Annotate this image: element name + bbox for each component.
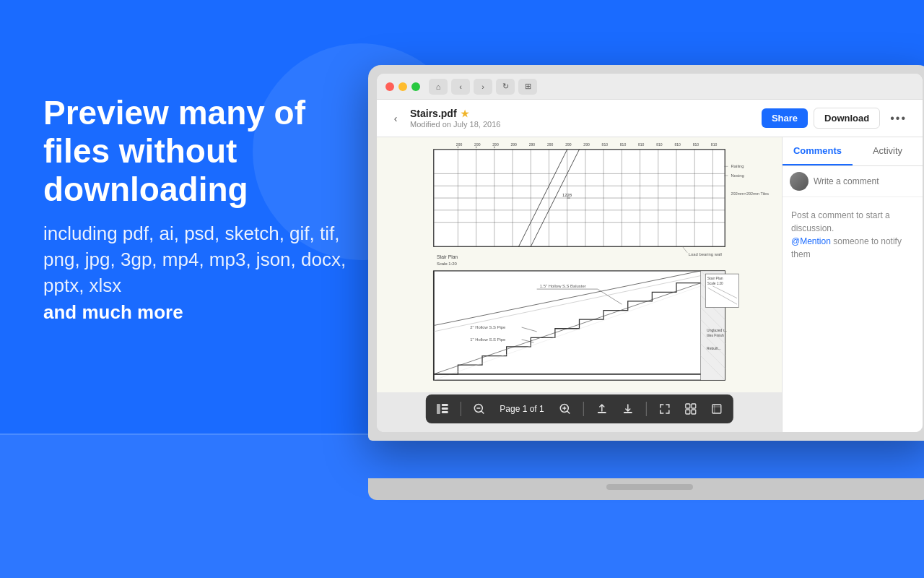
svg-rect-101: [712, 405, 721, 413]
laptop: ⌂ ‹ › ↻ ⊞ ‹ Stairs.pdf ★ M: [354, 29, 924, 535]
headline: Preview many of files without downloadin…: [43, 94, 346, 209]
page-info: Page 1 of 1: [497, 404, 546, 414]
svg-text:1.5" Hollow S.S Baluster: 1.5" Hollow S.S Baluster: [540, 284, 586, 288]
fullscreen-btn[interactable]: [657, 401, 673, 417]
svg-text:810: 810: [674, 142, 681, 147]
svg-rect-100: [692, 410, 696, 414]
sidebar-empty-state: Post a comment to start a discussion. @M…: [783, 197, 923, 272]
empty-message: Post a comment to start a discussion.: [791, 210, 890, 233]
svg-text:290: 290: [511, 142, 518, 147]
home-nav-btn[interactable]: ⌂: [429, 79, 448, 95]
stair-drawing-svg: Stair Plan Scale 1:20 Railing Nosing 292…: [377, 137, 782, 392]
svg-rect-97: [686, 404, 690, 408]
svg-text:Scale 1:20: Scale 1:20: [707, 282, 723, 285]
file-back-button[interactable]: ‹: [388, 111, 403, 126]
svg-rect-84: [436, 404, 440, 414]
header-actions: Share Download •••: [762, 108, 911, 129]
svg-text:tiles Finish: tiles Finish: [707, 333, 724, 337]
zoom-in-btn[interactable]: [557, 401, 573, 417]
svg-line-33: [682, 246, 687, 252]
file-name-text: Stairs.pdf: [410, 108, 457, 119]
svg-text:290: 290: [456, 142, 463, 147]
svg-text:810: 810: [638, 142, 645, 147]
pdf-toolbar: Page 1 of 1: [425, 394, 733, 423]
right-sidebar: Comments Activity 🔍 😊 Post a: [782, 137, 923, 432]
svg-text:2" Hollow S.S Pipe: 2" Hollow S.S Pipe: [470, 325, 505, 329]
download-button[interactable]: Download: [814, 108, 880, 129]
toolbar-divider-2: [583, 402, 584, 416]
laptop-base: [368, 478, 924, 500]
sidebar-toggle-btn[interactable]: [434, 401, 450, 417]
subtext-bold: and much more: [43, 301, 183, 323]
file-header: ‹ Stairs.pdf ★ Modified on July 18, 2016…: [377, 100, 923, 137]
grid-nav-btn[interactable]: ⊞: [518, 79, 537, 95]
grid-view-btn[interactable]: [683, 401, 699, 417]
svg-text:Railing: Railing: [731, 164, 744, 168]
main-content: Stair Plan Scale 1:20 Railing Nosing 292…: [377, 137, 923, 432]
svg-rect-98: [692, 404, 696, 408]
file-date: Modified on July 18, 2016: [410, 120, 762, 129]
comment-input[interactable]: [814, 176, 922, 186]
svg-text:1228: 1228: [562, 193, 572, 197]
comment-input-row: 🔍 😊: [783, 166, 923, 197]
avatar: [790, 172, 808, 191]
maximize-button[interactable]: [411, 82, 420, 91]
tab-comments[interactable]: Comments: [783, 137, 853, 165]
tab-activity[interactable]: Activity: [853, 137, 923, 165]
svg-text:1" Hollow S.S Pipe: 1" Hollow S.S Pipe: [470, 337, 505, 342]
svg-text:290: 290: [583, 142, 590, 147]
toolbar-divider-1: [460, 402, 461, 416]
more-options-button[interactable]: •••: [886, 111, 911, 126]
share-button[interactable]: Share: [762, 108, 808, 128]
nav-icons: ⌂ ‹ › ↻ ⊞: [429, 79, 537, 95]
left-content: Preview many of files without downloadin…: [43, 94, 346, 325]
svg-rect-87: [441, 411, 448, 413]
toolbar-divider-3: [646, 402, 647, 416]
laptop-body: ⌂ ‹ › ↻ ⊞ ‹ Stairs.pdf ★ M: [368, 65, 924, 441]
svg-rect-95: [598, 412, 606, 413]
traffic-lights: [385, 82, 420, 91]
subtext: including pdf, ai, psd, sketch, gif, tif…: [43, 220, 346, 326]
svg-text:Stair Plan: Stair Plan: [437, 254, 458, 259]
top-plan: Stair Plan Scale 1:20 Railing Nosing 292…: [434, 142, 769, 266]
svg-line-90: [481, 411, 484, 414]
sidebar-tabs: Comments Activity: [783, 137, 923, 166]
close-button[interactable]: [385, 82, 394, 91]
refresh-nav-btn[interactable]: ↻: [496, 79, 515, 95]
bottom-section: 1.5" Hollow S.S Baluster 2" Hollow S.S P…: [434, 271, 739, 380]
svg-text:810: 810: [711, 142, 718, 147]
title-bar: ⌂ ‹ › ↻ ⊞: [377, 74, 923, 100]
svg-text:292mm×292mm Tiles: 292mm×292mm Tiles: [731, 191, 770, 196]
svg-text:Scale 1:20: Scale 1:20: [437, 262, 457, 266]
forward-nav-btn[interactable]: ›: [474, 79, 492, 95]
svg-text:Load bearing wall: Load bearing wall: [689, 252, 722, 256]
back-nav-btn[interactable]: ‹: [451, 79, 470, 95]
laptop-screen: ⌂ ‹ › ↻ ⊞ ‹ Stairs.pdf ★ M: [377, 74, 923, 432]
svg-text:290: 290: [565, 142, 572, 147]
file-info: Stairs.pdf ★ Modified on July 18, 2016: [410, 108, 762, 129]
svg-text:810: 810: [656, 142, 663, 147]
pdf-area: Stair Plan Scale 1:20 Railing Nosing 292…: [377, 137, 782, 432]
svg-text:290: 290: [529, 142, 536, 147]
file-name-row: Stairs.pdf ★: [410, 108, 762, 119]
upload-btn[interactable]: [594, 401, 610, 417]
crop-btn[interactable]: [709, 401, 725, 417]
minimize-button[interactable]: [398, 82, 407, 91]
svg-text:810: 810: [693, 142, 699, 147]
svg-rect-99: [686, 410, 690, 414]
svg-rect-85: [441, 404, 448, 406]
svg-text:Stair Plan: Stair Plan: [707, 277, 723, 281]
svg-text:810: 810: [620, 142, 627, 147]
star-icon[interactable]: ★: [461, 108, 469, 119]
mention-text[interactable]: @Mention: [791, 236, 831, 246]
svg-text:Unglazed r...: Unglazed r...: [707, 328, 727, 332]
svg-text:290: 290: [547, 142, 554, 147]
download-icon-btn[interactable]: [620, 401, 636, 417]
subtext-formats: including pdf, ai, psd, sketch, gif, tif…: [43, 223, 346, 297]
svg-text:290: 290: [492, 142, 499, 147]
zoom-out-btn[interactable]: [471, 401, 487, 417]
svg-line-94: [567, 411, 570, 414]
svg-text:810: 810: [602, 142, 609, 147]
avatar-image: [790, 172, 808, 191]
svg-rect-86: [441, 407, 448, 410]
